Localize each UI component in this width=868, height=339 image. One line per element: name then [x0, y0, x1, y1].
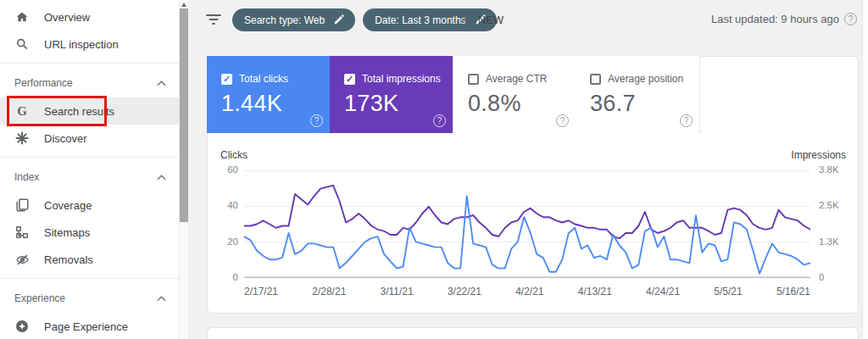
search-icon [14, 36, 30, 52]
new-filter-button[interactable]: + NEW [461, 8, 504, 31]
section-header-performance[interactable]: Performance [0, 69, 179, 97]
checkbox-checked-icon[interactable]: ✓ [221, 74, 232, 85]
sidebar-item-label: Overview [44, 11, 90, 24]
sidebar-divider [0, 63, 179, 64]
coverage-pages-icon [14, 197, 30, 213]
sidebar-item-label: Discover [44, 132, 87, 145]
axis-tick-label: 1.3K [819, 236, 839, 247]
total-impressions-card[interactable]: ✓ Total impressions 173K ? [330, 56, 453, 133]
right-axis-title: Impressions [791, 149, 846, 161]
chevron-up-icon [157, 292, 166, 304]
scrollbar-up-arrow-icon[interactable] [181, 3, 186, 7]
performance-panel: ✓ Total clicks 1.44K ? ✓ Total impressio… [207, 56, 859, 314]
filter-list-icon[interactable] [205, 11, 222, 28]
plus-icon: + [461, 12, 470, 28]
axis-tick-label: 0 [211, 272, 238, 282]
sidebar-item-discover[interactable]: Discover [0, 125, 179, 152]
filter-chips: Search type: Web Date: Last 3 months [232, 8, 497, 31]
sidebar-divider [0, 278, 179, 279]
sidebar-item-label: Page Experience [44, 320, 128, 333]
chevron-up-icon [157, 77, 166, 89]
section-header-experience[interactable]: Experience [0, 284, 179, 313]
axis-tick-label: 40 [211, 200, 238, 210]
page-experience-icon [14, 319, 30, 334]
date-label: 3/22/21 [448, 286, 481, 297]
axis-tick-label: 0 [819, 272, 824, 282]
date-label: 4/24/21 [646, 286, 680, 297]
left-axis-title: Clicks [220, 149, 248, 161]
date-label: 2/28/21 [312, 286, 346, 297]
x-axis-date-labels: 2/17/212/28/213/11/213/22/214/2/214/13/2… [244, 286, 810, 297]
checkbox-unchecked-icon[interactable] [590, 74, 601, 85]
scrollbar-thumb[interactable] [180, 8, 188, 222]
axis-tick-label: 2.5K [819, 200, 839, 210]
clicks-line-series [244, 196, 810, 274]
removals-eye-off-icon [14, 252, 30, 267]
average-ctr-card[interactable]: Average CTR 0.8% ? [453, 56, 576, 133]
help-icon[interactable]: ? [556, 114, 569, 127]
last-updated: Last updated: 9 hours ago ? [711, 13, 857, 25]
sidebar-item-coverage[interactable]: Coverage [0, 192, 179, 219]
help-icon[interactable]: ? [310, 114, 323, 127]
sidebar-item-sitemaps[interactable]: Sitemaps [0, 219, 179, 246]
metric-value: 0.8% [468, 91, 576, 117]
average-position-card[interactable]: Average position 36.7 ? [576, 56, 700, 133]
performance-line-chart [244, 170, 810, 279]
help-icon[interactable]: ? [680, 114, 693, 127]
sidebar-item-label: Coverage [44, 199, 92, 212]
queries-table-panel [207, 327, 859, 339]
sidebar-item-overview[interactable]: Overview [0, 3, 179, 31]
axis-tick-label: 20 [211, 236, 238, 247]
sidebar-scrollbar[interactable] [179, 0, 188, 339]
axis-tick-label: 60 [211, 164, 238, 175]
sidebar-divider [0, 157, 179, 158]
section-header-index[interactable]: Index [0, 163, 179, 192]
date-label: 5/5/21 [714, 286, 742, 297]
google-g-icon: G [14, 103, 30, 119]
help-icon[interactable]: ? [844, 13, 857, 25]
sidebar-item-label: Search results [44, 105, 114, 118]
home-icon [14, 9, 30, 25]
chevron-up-icon [157, 171, 166, 183]
main-content: Search type: Web Date: Last 3 months + N… [188, 0, 868, 339]
sidebar-item-search-results[interactable]: G Search results [0, 97, 179, 125]
date-label: 4/13/21 [578, 286, 612, 297]
total-clicks-card[interactable]: ✓ Total clicks 1.44K ? [207, 56, 330, 133]
sidebar-item-page-experience[interactable]: Page Experience [0, 313, 179, 339]
sidebar-item-url-inspection[interactable]: URL inspection [0, 31, 179, 58]
sidebar-item-label: Sitemaps [44, 226, 90, 239]
date-label: 3/11/21 [381, 286, 414, 297]
impressions-line-series [244, 186, 810, 238]
checkbox-unchecked-icon[interactable] [468, 74, 479, 85]
date-label: 2/17/21 [244, 286, 278, 297]
checkbox-checked-icon[interactable]: ✓ [344, 74, 355, 85]
date-label: 5/16/21 [776, 286, 810, 297]
metric-value: 36.7 [590, 91, 699, 117]
sidebar-item-label: Removals [44, 253, 93, 266]
search-type-chip[interactable]: Search type: Web [232, 8, 355, 31]
metric-value: 173K [344, 91, 453, 117]
metric-cards: ✓ Total clicks 1.44K ? ✓ Total impressio… [207, 56, 702, 133]
sidebar: Overview URL inspection Performance G Se… [0, 0, 179, 339]
page-scrollbar-area[interactable] [862, 0, 868, 339]
sitemaps-tree-icon [14, 225, 30, 240]
date-label: 4/2/21 [515, 286, 543, 297]
sidebar-item-removals[interactable]: Removals [0, 246, 179, 273]
axis-tick-label: 3.8K [819, 164, 839, 175]
sidebar-item-label: URL inspection [44, 38, 119, 51]
help-icon[interactable]: ? [433, 114, 446, 127]
discover-asterisk-icon [14, 131, 30, 146]
metric-value: 1.44K [221, 91, 330, 117]
pencil-icon [333, 14, 344, 25]
